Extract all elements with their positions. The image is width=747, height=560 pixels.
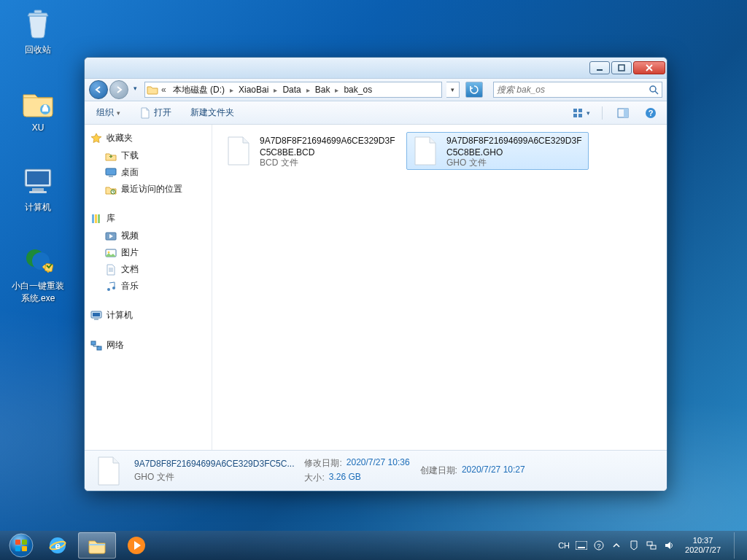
nav-recent[interactable]: 最近访问的位置 <box>85 181 212 198</box>
search-input[interactable] <box>497 85 649 95</box>
new-folder-button[interactable]: 新建文件夹 <box>186 104 239 121</box>
start-button[interactable] <box>4 532 38 559</box>
mod-label: 修改日期: <box>304 457 341 470</box>
tray-keyboard-icon[interactable] <box>576 540 587 551</box>
close-icon <box>645 64 654 71</box>
volume-icon[interactable] <box>663 540 675 551</box>
history-dropdown[interactable]: ▾ <box>130 80 140 96</box>
action-center-icon[interactable] <box>628 540 640 551</box>
svg-text:?: ? <box>649 109 654 117</box>
nav-row: ▾ « 本地磁盘 (D:)▸ XiaoBai▸ Data▸ Bak▸ bak_o… <box>85 78 667 101</box>
bc-xiaobai[interactable]: XiaoBai <box>235 82 272 97</box>
mod-value: 2020/7/27 10:36 <box>347 457 410 470</box>
tray-up-icon[interactable] <box>611 540 622 551</box>
svg-rect-11 <box>619 65 624 71</box>
picture-icon <box>105 247 117 259</box>
folder-xu[interactable]: XU <box>9 85 67 133</box>
bc-bakos[interactable]: bak_os <box>340 82 376 97</box>
svg-point-30 <box>107 288 110 291</box>
music-icon <box>105 281 117 292</box>
size-label: 大小: <box>304 472 324 484</box>
nav-downloads[interactable]: 下载 <box>85 147 212 164</box>
network-icon[interactable] <box>646 540 657 551</box>
computer[interactable]: 计算机 <box>9 163 67 214</box>
svg-rect-47 <box>576 541 587 550</box>
video-icon <box>105 230 117 242</box>
nav-videos[interactable]: 视频 <box>85 228 212 244</box>
details-pane: 9A7D8F8F21694699A6CE329D3FC5C... GHO 文件 … <box>85 450 667 491</box>
detail-type: GHO 文件 <box>134 471 294 483</box>
file-name: 9A7D8F8F21694699A6CE329D3FC5C8BE.BCD <box>260 136 398 158</box>
bc-data[interactable]: Data <box>279 82 304 97</box>
address-bar[interactable]: « 本地磁盘 (D:)▸ XiaoBai▸ Data▸ Bak▸ bak_os <box>144 82 442 98</box>
organize-menu[interactable]: 组织 ▾ <box>92 104 125 121</box>
preview-pane-button[interactable] <box>614 105 632 121</box>
svg-rect-52 <box>651 545 656 549</box>
close-button[interactable] <box>633 61 665 74</box>
forward-button[interactable] <box>109 80 128 99</box>
taskbar: e CH ? 10:37 2020/7/27 <box>0 531 747 560</box>
start-orb-icon <box>9 533 34 558</box>
clock[interactable]: 10:37 2020/7/27 <box>681 536 725 555</box>
show-desktop-button[interactable] <box>734 532 741 559</box>
svg-rect-34 <box>94 319 98 320</box>
help-icon: ? <box>645 107 657 119</box>
svg-rect-21 <box>106 168 116 175</box>
nav-pane: 收藏夹 下载 桌面 最近访问的位置 库 视频 图片 文档 音乐 计算机 网络 <box>85 125 212 450</box>
svg-rect-45 <box>89 544 105 545</box>
document-icon <box>139 107 151 119</box>
file-item[interactable]: 9A7D8F8F21694699A6CE329D3FC5C8BE.GHO GHO… <box>406 132 589 170</box>
panel-icon <box>617 108 629 118</box>
bc-drive[interactable]: 本地磁盘 (D:) <box>169 82 228 97</box>
nav-favorites[interactable]: 收藏夹 <box>85 129 212 147</box>
created-value: 2020/7/27 10:27 <box>462 464 525 477</box>
toolbar: 组织 ▾ 打开 新建文件夹 ▾ ? <box>85 101 667 125</box>
minimize-icon <box>596 64 603 71</box>
svg-point-12 <box>650 86 656 92</box>
file-item[interactable]: 9A7D8F8F21694699A6CE329D3FC5C8BE.BCD BCD… <box>220 132 402 170</box>
back-button[interactable] <box>89 80 108 99</box>
folder-icon <box>147 84 158 96</box>
task-ie[interactable]: e <box>39 532 77 559</box>
recycle-bin[interactable]: 回收站 <box>9 6 67 56</box>
help-button[interactable]: ? <box>642 105 659 121</box>
chevron-right-icon: ▸ <box>272 86 279 94</box>
svg-text:?: ? <box>597 542 601 550</box>
svg-rect-13 <box>573 109 577 112</box>
svg-rect-33 <box>93 313 100 316</box>
chevron-right-icon: ▸ <box>228 86 235 94</box>
app-icon <box>20 242 55 277</box>
refresh-button[interactable] <box>465 82 483 98</box>
system-tray: CH ? 10:37 2020/7/27 <box>558 532 743 559</box>
bc-bak[interactable]: Bak <box>311 82 334 97</box>
svg-rect-6 <box>29 191 47 193</box>
nav-network[interactable]: 网络 <box>85 336 212 354</box>
file-icon <box>93 456 124 486</box>
folder-icon <box>87 535 107 556</box>
nav-documents[interactable]: 文档 <box>85 261 212 278</box>
app-xiaobai[interactable]: 小白一键重装系统.exe <box>9 242 67 305</box>
nav-computer[interactable]: 计算机 <box>85 306 212 324</box>
titlebar[interactable] <box>85 58 667 78</box>
search-box[interactable] <box>493 82 662 98</box>
desktop-icon <box>105 167 117 179</box>
svg-rect-26 <box>98 214 100 223</box>
task-explorer[interactable] <box>78 532 116 559</box>
minimize-button[interactable] <box>589 61 610 74</box>
library-icon <box>90 213 102 225</box>
maximize-button[interactable] <box>611 61 632 74</box>
open-button[interactable]: 打开 <box>135 104 176 121</box>
maximize-icon <box>618 64 625 71</box>
nav-pictures[interactable]: 图片 <box>85 244 212 261</box>
nav-libraries[interactable]: 库 <box>85 209 212 228</box>
svg-point-37 <box>9 534 33 557</box>
nav-music[interactable]: 音乐 <box>85 278 212 295</box>
media-player-icon <box>126 535 147 556</box>
ime-indicator[interactable]: CH <box>558 541 570 550</box>
svg-rect-51 <box>647 542 652 545</box>
tray-help-icon[interactable]: ? <box>593 540 605 551</box>
task-wmp[interactable] <box>117 532 155 559</box>
nav-desktop[interactable]: 桌面 <box>85 164 212 181</box>
address-dropdown[interactable]: ▾ <box>446 82 460 98</box>
view-menu[interactable]: ▾ <box>573 105 590 121</box>
